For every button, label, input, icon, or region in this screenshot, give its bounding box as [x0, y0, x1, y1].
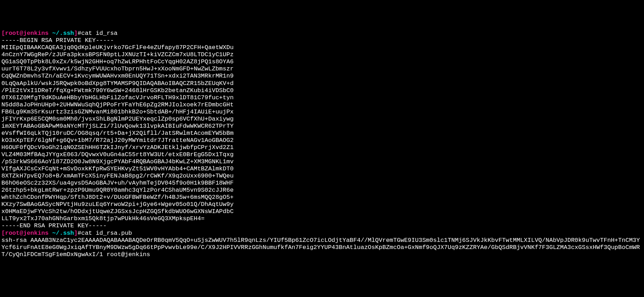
- command-text: cat id_rsa.pub: [81, 230, 132, 237]
- prompt-host: jenkins: [23, 30, 48, 37]
- output-line: VLZ4M03MfBAqJYYgxE063/DQvwxV0uGn4aC55rt8…: [1, 151, 643, 158]
- prompt-bracket-close: ]: [74, 30, 78, 37]
- output-line: jFIYrKxp6E5CQM0sm0Mh0/jvsxShLBgNlmP2UEYx…: [1, 116, 643, 123]
- output-line: B6hO6eOSc2z32XS/ua4gvsD5AoGBAJV+uh/vAyhm…: [1, 180, 643, 187]
- output-line: /p53rkWS666AoYl87ZD2O0Jw8N9XjgcPYAbF4RQB…: [1, 158, 643, 165]
- output-line: eVsffWI6qLkTQj10ruDC/OG8qsq/rt5+Da+jX2Qi…: [1, 130, 643, 137]
- output-line: KXzy7SwBAoGASycNPVtjHu9zuLEq6YrwoW2pi+jG…: [1, 201, 643, 208]
- output-line: imXEYTABAoGBAPwM9aNYcMT7jSLZ1/7lUvQowk13…: [1, 123, 643, 130]
- output-line: kO3xXpTEF/6lgNf+g6Qv+1bM7/R72ajJ20yMWYmi…: [1, 137, 643, 144]
- output-line: 4nCznY7WGgReP/zJUFa3pkxsBPSFN0ptLJXNUzTI…: [1, 51, 643, 58]
- output-line: 0LqQaAplkU/wskJ5RQwpk0oBdXpg8TYMAMSP9QID…: [1, 80, 643, 87]
- output-line-pubkey: ssh-rsa AAAAB3NzaC1yc2EAAAADAQABAAABAQDe…: [1, 237, 643, 258]
- output-line: FB6Lg9Km35rKsurtz3zisGZNMvanMi801bhkB2o+…: [1, 108, 643, 116]
- output-line: MIIEpQIBAAKCAQEA3jq0QdKpleUKjvrko7GcFlFe…: [1, 44, 643, 51]
- prompt-host: jenkins: [23, 230, 48, 237]
- prompt-path: ~/.ssh: [49, 230, 74, 237]
- output-line: CqQWZnDmvhsTZn/aECV+1KvcymWUWAHvxm0EnUQY…: [1, 73, 643, 80]
- output-line: -----BEGIN RSA PRIVATE KEY-----: [1, 37, 643, 44]
- prompt-bracket-open: [: [1, 30, 5, 37]
- output-line: VIfgAXJCsCxFCqNt+mSvDoxkKfpRwSYEHKvyZt51…: [1, 165, 643, 173]
- output-line: uurT6T78L2y3vfXvwv1/SdhzyFVUUcxhoTbprn5H…: [1, 65, 643, 73]
- prompt-hash: #: [78, 230, 81, 237]
- output-line: 26tzhp5+bkgLmtRwr+zpzP9Umu9QR0Y0amhc3qYl…: [1, 187, 643, 194]
- output-line: QG1aSQ0TpPbk8L0xZx/k5wjN2GHH+oq7hZwLRPHh…: [1, 58, 643, 65]
- prompt-at: @: [20, 230, 23, 237]
- prompt-line-1: [root@jenkins ~/.ssh]#cat id_rsa: [1, 30, 643, 37]
- prompt-at: @: [20, 30, 23, 37]
- output-line: /PlE2tVxI1DReT/fqXg+FWtmk790Y6wSW+2468lH…: [1, 87, 643, 94]
- prompt-hash: #: [78, 30, 81, 37]
- prompt-bracket-open: [: [1, 230, 5, 237]
- output-line: 0TX6IZ0MfgT9dKDuAeHBbyYbHGLHbFilZofacVJr…: [1, 94, 643, 101]
- prompt-user: root: [5, 230, 20, 237]
- output-line: 8XTZkH7pvEQ7o8+B/xmAmTFcX5inyFENJaB8pg2/…: [1, 173, 643, 180]
- output-line: -----END RSA PRIVATE KEY-----: [1, 222, 643, 229]
- output-line: N5dd8aJoPHnUHp0+2UHWNWuSqhQjPPoFrYFaYhE6…: [1, 101, 643, 108]
- prompt-path: ~/.ssh: [49, 30, 74, 37]
- output-line: H6OUF0fQDcV9oGh21qNOZSEhHH6TZkIJnyf/xrvY…: [1, 144, 643, 151]
- terminal-window[interactable]: [root@jenkins ~/.ssh]#cat id_rsa-----BEG…: [1, 30, 643, 258]
- output-line: x0HMaEDjwFYVcSh2tw/hODdxjtUqweZJGSxsJcpH…: [1, 208, 643, 215]
- prompt-bracket-close: ]: [74, 230, 78, 237]
- prompt-user: root: [5, 30, 20, 37]
- output-line: whthZchCDonfPWYHqp/SfthJ8Dt2+v/DUoGFBWFB…: [1, 194, 643, 201]
- output-line: LLT9yx2TxJ70ahGNhGarbxm15Qk8tjp7wPUkHk46…: [1, 215, 643, 222]
- prompt-line-2: [root@jenkins ~/.ssh]#cat id_rsa.pub: [1, 230, 643, 237]
- command-text: cat id_rsa: [81, 30, 117, 37]
